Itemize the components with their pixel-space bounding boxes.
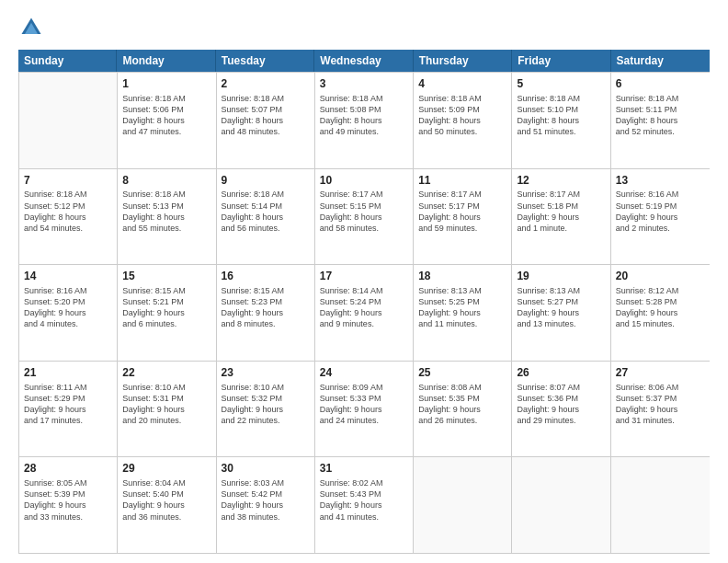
daylight-text2: and 31 minutes. — [616, 415, 705, 426]
sunrise-text: Sunrise: 8:13 AM — [517, 285, 605, 296]
day-number: 26 — [517, 365, 605, 381]
daylight-text: Daylight: 8 hours — [418, 212, 506, 223]
calendar-cell — [512, 457, 610, 553]
sunset-text: Sunset: 5:23 PM — [222, 296, 310, 307]
weekday-header: Wednesday — [314, 50, 413, 72]
day-number: 4 — [418, 76, 506, 92]
sunset-text: Sunset: 5:14 PM — [222, 201, 310, 212]
calendar-cell: 7Sunrise: 8:18 AMSunset: 5:12 PMDaylight… — [19, 169, 118, 265]
calendar-cell: 10Sunrise: 8:17 AMSunset: 5:15 PMDayligh… — [315, 169, 414, 265]
calendar-cell: 18Sunrise: 8:13 AMSunset: 5:25 PMDayligh… — [414, 265, 512, 361]
sunset-text: Sunset: 5:20 PM — [24, 296, 112, 307]
calendar-cell: 15Sunrise: 8:15 AMSunset: 5:21 PMDayligh… — [118, 265, 216, 361]
daylight-text: Daylight: 8 hours — [616, 115, 705, 126]
logo-icon — [18, 15, 44, 40]
daylight-text: Daylight: 9 hours — [517, 307, 605, 318]
daylight-text2: and 8 minutes. — [222, 318, 310, 329]
sunrise-text: Sunrise: 8:18 AM — [517, 93, 605, 104]
calendar-cell: 27Sunrise: 8:06 AMSunset: 5:37 PMDayligh… — [611, 362, 710, 457]
sunrise-text: Sunrise: 8:06 AM — [616, 382, 705, 393]
sunrise-text: Sunrise: 8:18 AM — [418, 93, 506, 104]
sunrise-text: Sunrise: 8:18 AM — [222, 93, 310, 104]
daylight-text: Daylight: 9 hours — [320, 307, 408, 318]
daylight-text2: and 51 minutes. — [517, 126, 605, 137]
calendar-cell: 17Sunrise: 8:14 AMSunset: 5:24 PMDayligh… — [315, 265, 414, 361]
daylight-text: Daylight: 8 hours — [222, 212, 310, 223]
sunrise-text: Sunrise: 8:04 AM — [122, 477, 210, 488]
sunrise-text: Sunrise: 8:07 AM — [517, 382, 605, 393]
weekday-header: Saturday — [611, 50, 710, 72]
day-number: 5 — [517, 76, 605, 92]
sunset-text: Sunset: 5:19 PM — [616, 201, 705, 212]
daylight-text2: and 47 minutes. — [122, 126, 210, 137]
calendar-body: 1Sunrise: 8:18 AMSunset: 5:06 PMDaylight… — [18, 72, 710, 554]
sunset-text: Sunset: 5:29 PM — [24, 393, 112, 404]
day-number: 20 — [616, 269, 705, 284]
calendar-cell: 25Sunrise: 8:08 AMSunset: 5:35 PMDayligh… — [414, 362, 512, 457]
daylight-text2: and 41 minutes. — [320, 511, 408, 523]
calendar-row: 7Sunrise: 8:18 AMSunset: 5:12 PMDaylight… — [19, 168, 710, 265]
daylight-text: Daylight: 9 hours — [122, 500, 210, 511]
day-number: 3 — [320, 76, 408, 92]
sunrise-text: Sunrise: 8:02 AM — [320, 477, 408, 488]
sunrise-text: Sunrise: 8:18 AM — [122, 189, 210, 200]
day-number: 23 — [222, 365, 310, 381]
calendar-cell: 1Sunrise: 8:18 AMSunset: 5:06 PMDaylight… — [118, 73, 216, 168]
calendar-cell — [414, 457, 512, 553]
day-number: 10 — [320, 173, 408, 189]
sunrise-text: Sunrise: 8:12 AM — [616, 285, 705, 296]
daylight-text: Daylight: 9 hours — [418, 404, 506, 415]
calendar-row: 1Sunrise: 8:18 AMSunset: 5:06 PMDaylight… — [19, 72, 710, 168]
daylight-text: Daylight: 9 hours — [517, 212, 605, 223]
daylight-text2: and 6 minutes. — [122, 318, 210, 329]
calendar-cell: 11Sunrise: 8:17 AMSunset: 5:17 PMDayligh… — [414, 169, 512, 265]
calendar-cell: 9Sunrise: 8:18 AMSunset: 5:14 PMDaylight… — [217, 169, 315, 265]
sunrise-text: Sunrise: 8:17 AM — [320, 189, 408, 200]
sunrise-text: Sunrise: 8:10 AM — [122, 382, 210, 393]
day-number: 7 — [24, 173, 112, 189]
sunset-text: Sunset: 5:21 PM — [122, 296, 210, 307]
sunrise-text: Sunrise: 8:10 AM — [222, 382, 310, 393]
sunset-text: Sunset: 5:06 PM — [122, 104, 210, 115]
daylight-text: Daylight: 9 hours — [616, 307, 705, 318]
daylight-text: Daylight: 9 hours — [222, 404, 310, 415]
daylight-text2: and 58 minutes. — [320, 223, 408, 234]
calendar-cell: 24Sunrise: 8:09 AMSunset: 5:33 PMDayligh… — [315, 362, 414, 457]
calendar-cell: 8Sunrise: 8:18 AMSunset: 5:13 PMDaylight… — [118, 169, 216, 265]
daylight-text: Daylight: 9 hours — [24, 404, 112, 415]
calendar-cell: 2Sunrise: 8:18 AMSunset: 5:07 PMDaylight… — [217, 73, 315, 168]
sunset-text: Sunset: 5:43 PM — [320, 488, 408, 500]
daylight-text: Daylight: 9 hours — [122, 404, 210, 415]
daylight-text: Daylight: 9 hours — [320, 404, 408, 415]
sunset-text: Sunset: 5:12 PM — [24, 201, 112, 212]
sunset-text: Sunset: 5:33 PM — [320, 393, 408, 404]
daylight-text2: and 22 minutes. — [222, 415, 310, 426]
day-number: 18 — [418, 269, 506, 284]
daylight-text2: and 38 minutes. — [222, 511, 310, 523]
day-number: 12 — [517, 173, 605, 189]
daylight-text2: and 36 minutes. — [122, 511, 210, 523]
sunrise-text: Sunrise: 8:17 AM — [418, 189, 506, 200]
daylight-text2: and 17 minutes. — [24, 415, 112, 426]
day-number: 17 — [320, 269, 408, 284]
daylight-text: Daylight: 8 hours — [122, 212, 210, 223]
daylight-text: Daylight: 9 hours — [418, 307, 506, 318]
day-number: 6 — [616, 76, 705, 92]
calendar-cell: 3Sunrise: 8:18 AMSunset: 5:08 PMDaylight… — [315, 73, 414, 168]
sunset-text: Sunset: 5:25 PM — [418, 296, 506, 307]
calendar-cell: 30Sunrise: 8:03 AMSunset: 5:42 PMDayligh… — [217, 457, 315, 553]
calendar-cell: 20Sunrise: 8:12 AMSunset: 5:28 PMDayligh… — [611, 265, 710, 361]
daylight-text2: and 13 minutes. — [517, 318, 605, 329]
day-number: 24 — [320, 365, 408, 381]
sunset-text: Sunset: 5:31 PM — [122, 393, 210, 404]
day-number: 19 — [517, 269, 605, 284]
day-number: 30 — [222, 461, 310, 477]
sunset-text: Sunset: 5:10 PM — [517, 104, 605, 115]
calendar-cell: 14Sunrise: 8:16 AMSunset: 5:20 PMDayligh… — [19, 265, 118, 361]
day-number: 25 — [418, 365, 506, 381]
daylight-text2: and 49 minutes. — [320, 126, 408, 137]
daylight-text: Daylight: 9 hours — [616, 404, 705, 415]
sunset-text: Sunset: 5:28 PM — [616, 296, 705, 307]
calendar-cell: 22Sunrise: 8:10 AMSunset: 5:31 PMDayligh… — [118, 362, 216, 457]
day-number: 9 — [222, 173, 310, 189]
